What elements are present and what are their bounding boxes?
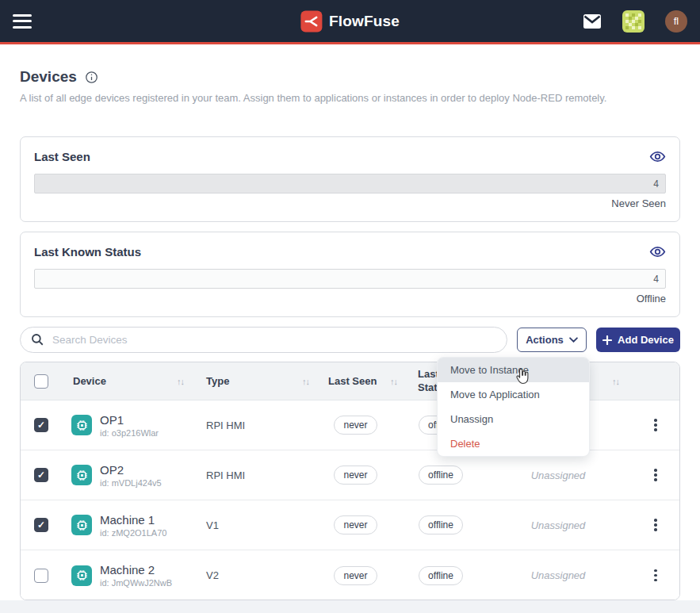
assignment-label: Unassigned <box>531 519 586 531</box>
status-value: 4 <box>653 274 659 285</box>
header-device: Device <box>73 375 106 387</box>
page-title: Devices <box>20 68 77 86</box>
info-icon[interactable] <box>85 71 98 84</box>
device-chip-icon <box>71 565 92 586</box>
device-name[interactable]: Machine 1 <box>100 513 166 527</box>
team-avatar[interactable] <box>622 10 645 33</box>
add-device-button-label: Add Device <box>618 334 674 346</box>
row-checkbox[interactable] <box>34 468 48 482</box>
last-seen-value: 4 <box>653 178 659 190</box>
device-id: id: mVDLj424v5 <box>100 478 162 488</box>
mail-icon[interactable] <box>583 13 602 29</box>
row-checkbox[interactable] <box>34 418 48 432</box>
search-input[interactable] <box>20 327 507 353</box>
device-type: RPI HMI <box>195 420 314 431</box>
plus-icon <box>602 335 612 345</box>
table-row[interactable]: Machine 2 id: JmQWwJ2NwB V2 never offlin… <box>21 550 679 600</box>
chevron-down-icon <box>569 337 578 343</box>
sort-icon[interactable]: ↑↓ <box>177 377 184 386</box>
brand-logo[interactable]: FlowFuse <box>300 10 400 32</box>
last-seen-bar-label: Never Seen <box>34 197 666 209</box>
sort-icon[interactable]: ↑↓ <box>612 377 619 386</box>
device-chip-icon <box>71 515 92 535</box>
sort-icon[interactable]: ↑↓ <box>302 377 309 386</box>
hamburger-menu-icon[interactable] <box>13 14 32 29</box>
actions-dropdown-menu: Move to Instance Move to Application Una… <box>437 357 590 457</box>
device-id: id: JmQWwJ2NwB <box>100 578 172 588</box>
page-subtitle: A list of all edge devices registered in… <box>20 92 680 104</box>
assignment-label: Unassigned <box>531 569 586 581</box>
kebab-menu-icon[interactable] <box>651 566 660 585</box>
last-known-status-panel: Last Known Status 4 Offline <box>20 232 680 317</box>
last-seen-badge: never <box>334 416 377 435</box>
header-last-seen: Last Seen <box>328 375 377 387</box>
status-badge: offline <box>419 566 463 585</box>
table-row[interactable]: OP2 id: mVDLj424v5 RPI HMI never offline… <box>21 450 679 500</box>
device-type: RPI HMI <box>195 469 314 481</box>
eye-icon[interactable] <box>649 245 666 259</box>
last-known-status-title: Last Known Status <box>34 245 141 259</box>
top-navbar: FlowFuse fl <box>0 0 700 44</box>
last-seen-panel: Last Seen 4 Never Seen <box>20 136 680 222</box>
actions-button[interactable]: Actions <box>517 328 587 352</box>
kebab-menu-icon[interactable] <box>651 416 660 435</box>
user-avatar[interactable]: fl <box>665 10 687 33</box>
device-name[interactable]: OP1 <box>100 413 159 427</box>
last-seen-badge: never <box>334 515 377 534</box>
menu-item-unassign[interactable]: Unassign <box>438 407 589 431</box>
menu-item-delete[interactable]: Delete <box>438 431 589 456</box>
status-bar-label: Offline <box>34 293 666 305</box>
last-seen-badge: never <box>334 465 377 485</box>
assignment-label: Unassigned <box>531 469 586 481</box>
menu-item-move-to-application[interactable]: Move to Application <box>438 382 589 407</box>
kebab-menu-icon[interactable] <box>651 465 660 485</box>
device-type: V2 <box>195 569 314 581</box>
device-type: V1 <box>195 519 314 531</box>
select-all-checkbox[interactable] <box>34 374 48 389</box>
row-checkbox[interactable] <box>34 569 48 583</box>
device-chip-icon <box>71 415 92 435</box>
add-device-button[interactable]: Add Device <box>596 328 680 352</box>
status-badge: offline <box>419 515 463 534</box>
device-name[interactable]: OP2 <box>100 463 162 477</box>
status-bar: 4 <box>34 269 666 289</box>
brand-name: FlowFuse <box>329 13 400 30</box>
device-name[interactable]: Machine 2 <box>100 563 172 577</box>
menu-item-move-to-instance[interactable]: Move to Instance <box>438 358 589 382</box>
last-seen-bar: 4 <box>34 174 666 193</box>
kebab-menu-icon[interactable] <box>651 515 660 534</box>
device-id: id: o3p216Wlar <box>100 428 159 438</box>
row-checkbox[interactable] <box>34 518 48 532</box>
device-chip-icon <box>71 465 92 485</box>
footer-strip <box>0 600 700 613</box>
table-row[interactable]: Machine 1 id: zMQ2O1LA70 V1 never offlin… <box>21 500 679 550</box>
header-type: Type <box>206 375 229 387</box>
sort-icon[interactable]: ↑↓ <box>390 377 397 386</box>
actions-button-label: Actions <box>526 334 564 346</box>
last-seen-badge: never <box>334 566 377 585</box>
flowfuse-logo-icon <box>300 10 322 32</box>
last-seen-title: Last Seen <box>34 150 90 163</box>
status-badge: offline <box>419 465 463 485</box>
device-id: id: zMQ2O1LA70 <box>100 528 166 538</box>
eye-icon[interactable] <box>649 150 666 163</box>
